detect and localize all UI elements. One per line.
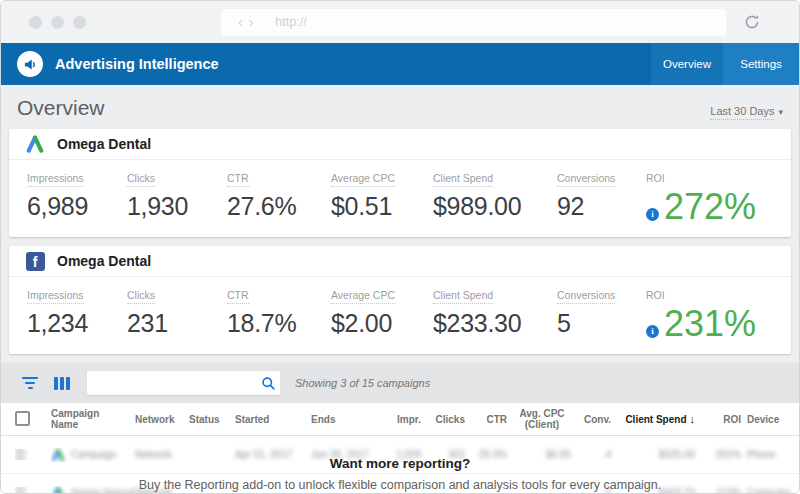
col-conversions[interactable]: Conv. [577,414,617,425]
metric-label: Average CPC [331,289,395,304]
columns-icon[interactable] [54,377,70,390]
roi-value: 231% [664,305,756,343]
page-title: Overview [17,96,105,120]
browser-chrome: ‹› [1,1,799,43]
metric-value: $2.00 [331,309,433,338]
metric-label: Conversions [557,289,615,304]
col-ends[interactable]: Ends [311,414,383,425]
metric-label: Clicks [127,172,155,187]
col-clicks[interactable]: Clicks [427,414,471,425]
col-client-spend[interactable]: Client Spend↓ [617,413,701,425]
window-dot [73,16,86,29]
window-dot [51,16,64,29]
megaphone-icon [17,51,43,77]
tab-overview[interactable]: Overview [651,43,723,85]
account-name: Omega Dental [57,253,151,269]
metric-label: ROI [646,172,665,186]
google-adwords-icon [25,134,45,154]
app-window: ‹› Advertising Intelligence Overview Set… [0,0,800,494]
brand: Advertising Intelligence [1,43,219,85]
metric-value: 6,989 [27,192,127,221]
refresh-icon[interactable] [743,13,761,31]
metric-label: Client Spend [433,289,493,304]
app-title: Advertising Intelligence [55,56,219,72]
info-icon[interactable]: i [646,325,659,338]
metric-label: CTR [227,172,249,187]
metric-value: $233.30 [433,309,557,338]
search-icon[interactable] [257,371,280,395]
col-campaign-name[interactable]: Campaign Name [51,408,135,430]
roi-value: 272% [664,188,756,226]
col-status[interactable]: Status [189,414,235,425]
col-ctr[interactable]: CTR [471,414,513,425]
col-network[interactable]: Network [135,414,189,425]
col-avg-cpc[interactable]: Avg. CPC (Client) [513,408,577,430]
metric-value: 92 [557,192,646,221]
col-device[interactable]: Device [747,414,799,425]
metric-value: 231 [127,309,227,338]
tab-settings[interactable]: Settings [723,43,799,85]
account-name: Omega Dental [57,136,151,152]
metric-value: 5 [557,309,646,338]
metric-label: Impressions [27,172,84,187]
col-roi[interactable]: ROI [701,414,747,425]
app-header: Advertising Intelligence Overview Settin… [1,43,799,85]
table-header: Campaign Name Network Status Started End… [1,403,799,436]
date-range-label: Last 30 Days [710,105,774,120]
chevron-down-icon: ▾ [778,107,783,117]
window-dot [29,16,42,29]
upsell-title: Want more reporting? [1,456,799,471]
summary-card-adwords: Omega Dental Impressions6,989 Clicks1,93… [9,129,791,237]
metric-label: Average CPC [331,172,395,187]
metric-value: $989.00 [433,192,557,221]
url-bar[interactable]: ‹› [221,9,726,36]
search-box [87,371,280,395]
table-toolbar: Showing 3 of 15 campaigns [1,363,799,403]
back-forward-icons[interactable]: ‹› [238,14,259,30]
date-range-dropdown[interactable]: Last 30 Days▾ [710,105,783,120]
facebook-icon: f [25,251,45,271]
back-icon: ‹ [238,14,249,30]
url-input[interactable] [275,15,714,29]
info-icon[interactable]: i [646,208,659,221]
col-impressions[interactable]: Impr. [383,414,427,425]
metric-value: 1,930 [127,192,227,221]
metric-label: CTR [227,289,249,304]
metric-value: 27.6% [227,192,331,221]
metric-value: $0.51 [331,192,433,221]
select-all-checkbox[interactable] [15,411,30,426]
sort-desc-icon: ↓ [690,413,696,425]
summary-card-facebook: f Omega Dental Impressions1,234 Clicks23… [9,246,791,354]
metric-label: Client Spend [433,172,493,187]
showing-count: Showing 3 of 15 campaigns [295,377,430,389]
metric-label: ROI [646,289,665,303]
metric-label: Clicks [127,289,155,304]
metric-label: Conversions [557,172,615,187]
window-controls [29,16,86,29]
upsell-overlay: Want more reporting? Buy the Reporting a… [1,456,799,494]
forward-icon: › [249,14,260,30]
upsell-subtitle: Buy the Reporting add-on to unlock flexi… [1,478,799,492]
search-input[interactable] [87,376,257,390]
metric-label: Impressions [27,289,84,304]
table-body: Campaign Network Apr 01, 2017 Jun 30, 20… [1,436,799,494]
filter-icon[interactable] [21,377,39,389]
metric-value: 1,234 [27,309,127,338]
col-started[interactable]: Started [235,414,311,425]
metric-value: 18.7% [227,309,331,338]
